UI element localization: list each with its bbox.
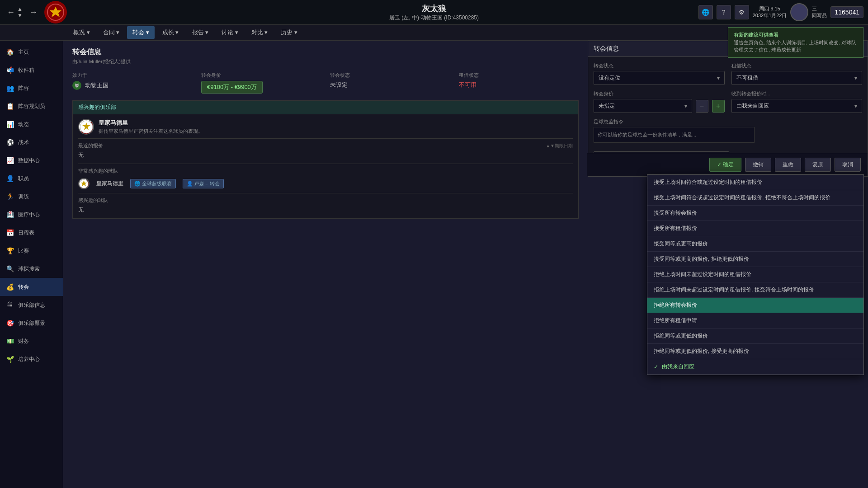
sidebar-label-datacenter: 数据中心 bbox=[18, 157, 40, 164]
scout-icon: 🔍 bbox=[5, 264, 14, 273]
dropdown-item-7[interactable]: 拒绝上场时间未超过设定时间的租借报价 bbox=[647, 267, 863, 282]
sidebar-item-transfer[interactable]: 💰 转会 bbox=[0, 278, 63, 296]
nav-contract[interactable]: 合同 ▾ bbox=[98, 26, 125, 39]
response-select[interactable]: 由我来自回应 ▾ bbox=[731, 99, 863, 113]
transfer-price-label: 转会身价 bbox=[594, 90, 725, 97]
nav-report[interactable]: 报告 ▾ bbox=[187, 26, 214, 39]
sidebar-item-datacenter[interactable]: 📈 数据中心 bbox=[0, 151, 63, 169]
power-panel: 效力于 🐺 动物王国 bbox=[72, 72, 192, 94]
transfer-status-select[interactable]: 没有定位 ▾ bbox=[594, 71, 725, 85]
settings-icon[interactable]: ⚙ bbox=[735, 5, 749, 19]
sidebar-item-planner[interactable]: 📋 阵容规划员 bbox=[0, 97, 63, 115]
league-badge-1: 🌐 全球超级联赛 bbox=[130, 179, 176, 188]
divider-3 bbox=[78, 193, 573, 193]
dropdown-item-3[interactable]: 接受所有转会报价 bbox=[647, 206, 863, 221]
datetime-box: 周四 9:15 2032年1月22日 bbox=[753, 5, 787, 19]
training-icon: 🏃 bbox=[5, 192, 14, 201]
nav-arrows[interactable]: ▲ ▼ bbox=[17, 6, 23, 19]
nav-growth[interactable]: 成长 ▾ bbox=[157, 26, 184, 39]
sidebar-item-squad[interactable]: 👥 阵容 bbox=[0, 79, 63, 97]
directive-group: 足球总监指令 你可以给你的足球总监一份条件清单，满足... bbox=[594, 118, 755, 148]
sidebar-item-home[interactable]: 🏠 主页 bbox=[0, 43, 63, 61]
dropdown-item-5[interactable]: 接受同等或更高的报价 bbox=[647, 236, 863, 252]
sidebar-label-inbox: 收件箱 bbox=[18, 66, 34, 74]
dropdown-item-2[interactable]: 接受上场时间符合或超过设定时间的租借报价, 拒绝不符合上场时间的报价 bbox=[647, 190, 863, 206]
nav-discussion[interactable]: 讨论 ▾ bbox=[216, 26, 244, 39]
player-info: 居卫 (左, 中)-动物王国 (ID:43500285) bbox=[389, 14, 479, 22]
chevron-down-icon-4: ▾ bbox=[854, 103, 857, 109]
sidebar-item-scout[interactable]: 🔍 球探搜索 bbox=[0, 260, 63, 278]
sidebar-item-vision[interactable]: 🎯 俱乐部愿景 bbox=[0, 314, 63, 332]
sidebar-label-vision: 俱乐部愿景 bbox=[18, 319, 45, 327]
transfer-price-select[interactable]: 未指定 ▾ bbox=[594, 99, 692, 113]
close-button[interactable]: 取消 bbox=[835, 158, 861, 172]
confirm-button[interactable]: ✓ 确定 bbox=[709, 158, 741, 172]
cancel-button[interactable]: 撤销 bbox=[745, 158, 771, 172]
globe-icon[interactable]: 🌐 bbox=[698, 5, 713, 19]
sidebar-item-clubinfo[interactable]: 🏛 俱乐部信息 bbox=[0, 296, 63, 314]
loan-value: 不可用 bbox=[459, 81, 579, 89]
sidebar-label-match: 比赛 bbox=[18, 247, 29, 255]
dropdown-item-9[interactable]: 拒绝所有转会报价 bbox=[647, 298, 863, 313]
date-display: 2032年1月22日 bbox=[753, 12, 787, 19]
club-name-1: 皇家马德里 bbox=[96, 180, 123, 188]
no-price-label: 无 bbox=[78, 151, 573, 159]
dropdown-item-11[interactable]: 拒绝同等或更低的报价 bbox=[647, 328, 863, 344]
dropdown-item-13[interactable]: 由我来自回应 bbox=[647, 359, 863, 375]
sidebar-item-inbox[interactable]: 📬 收件箱 bbox=[0, 61, 63, 79]
sidebar-item-dynamics[interactable]: 📊 动态 bbox=[0, 115, 63, 133]
transfer-status-group: 转会状态 没有定位 ▾ bbox=[594, 62, 725, 85]
directive-form-row: 足球总监指令 你可以给你的足球总监一份条件清单，满足... bbox=[594, 118, 862, 148]
main-club-name: 皇家马德里 bbox=[99, 119, 203, 127]
back-button[interactable]: ← bbox=[7, 8, 15, 17]
forward-button[interactable]: → bbox=[29, 8, 38, 17]
reset-button[interactable]: 重做 bbox=[775, 158, 801, 172]
dropdown-item-8[interactable]: 拒绝上场时间未超过设定时间的租借报价, 接受符合上场时间的报价 bbox=[647, 282, 863, 298]
interested-clubs-section: 感兴趣的俱乐部 皇家马德里 据传皇家马德里正密切关注着这名球员的表现。 bbox=[72, 100, 579, 219]
dropdown-item-12[interactable]: 拒绝同等或更低的报价, 接受更高的报价 bbox=[647, 344, 863, 359]
loan-status-select[interactable]: 不可租借 ▾ bbox=[731, 71, 863, 85]
dropdown-item-1[interactable]: 接受上场时间符合或超过设定时间的租借报价 bbox=[647, 175, 863, 190]
dropdown-item-6[interactable]: 接受同等或更高的报价, 拒绝更低的报价 bbox=[647, 252, 863, 267]
vision-icon: 🎯 bbox=[5, 319, 14, 328]
latest-price-header: 最近的报价 ▲▼期限日期 bbox=[78, 142, 573, 149]
datacenter-icon: 📈 bbox=[5, 156, 14, 165]
sidebar-item-tactics[interactable]: ⚽ 战术 bbox=[0, 133, 63, 151]
nav-history[interactable]: 历史 ▾ bbox=[275, 26, 303, 39]
sidebar-item-training[interactable]: 🏃 训练 bbox=[0, 188, 63, 206]
dynamics-icon: 📊 bbox=[5, 120, 14, 129]
interested-header: 感兴趣的俱乐部 bbox=[73, 101, 578, 114]
chevron-down-icon-1: ▾ bbox=[717, 75, 720, 81]
info-panels: 效力于 🐺 动物王国 转会身价 €9100万 - €9900万 转会状态 未设定… bbox=[72, 72, 579, 94]
sidebar-item-schedule[interactable]: 📅 日程表 bbox=[0, 224, 63, 242]
sidebar-label-scout: 球探搜索 bbox=[18, 265, 40, 273]
action-text-1: 卢森... 转会 bbox=[194, 181, 220, 186]
nav-transfer[interactable]: 转会 ▾ bbox=[127, 26, 155, 39]
sidebar-label-schedule: 日程表 bbox=[18, 229, 34, 237]
interested-content: 皇家马德里 据传皇家马德里正密切关注着这名球员的表现。 最近的报价 ▲▼期限日期… bbox=[73, 114, 578, 218]
main-club-desc: 据传皇家马德里正密切关注着这名球员的表现。 bbox=[99, 128, 203, 135]
power-value: 动物王国 bbox=[85, 81, 108, 89]
action-badge-1[interactable]: 👤 卢森... 转会 bbox=[183, 179, 224, 188]
nav-compare[interactable]: 对比 ▾ bbox=[246, 26, 274, 39]
sidebar-item-academy[interactable]: 🌱 培养中心 bbox=[0, 350, 63, 368]
sidebar-item-match[interactable]: 🏆 比赛 bbox=[0, 242, 63, 260]
dropdown-item-10[interactable]: 拒绝所有租借申请 bbox=[647, 313, 863, 328]
dropdown-item-4[interactable]: 接受所有租借报价 bbox=[647, 221, 863, 236]
sidebar-item-medical[interactable]: 🏥 医疗中心 bbox=[0, 206, 63, 224]
sidebar-item-finance[interactable]: 💵 财务 bbox=[0, 332, 63, 350]
divider-1 bbox=[78, 138, 573, 139]
action-icon: 👤 bbox=[187, 181, 193, 186]
response-label: 收到转会报价时... bbox=[731, 90, 863, 97]
restore-button[interactable]: 复原 bbox=[805, 158, 831, 172]
directive-label: 足球总监指令 bbox=[594, 118, 755, 125]
price-increase-button[interactable]: + bbox=[712, 100, 725, 113]
help-icon[interactable]: ? bbox=[717, 5, 731, 19]
avatar[interactable] bbox=[790, 3, 808, 21]
page-title: 转会信息 bbox=[72, 47, 579, 57]
nav-overview[interactable]: 概况 ▾ bbox=[68, 26, 95, 39]
sidebar-label-medical: 医疗中心 bbox=[18, 211, 40, 219]
sidebar-item-staff[interactable]: 👤 职员 bbox=[0, 169, 63, 188]
price-decrease-button[interactable]: − bbox=[696, 100, 708, 113]
chevron-down-icon-2: ▾ bbox=[854, 75, 857, 81]
